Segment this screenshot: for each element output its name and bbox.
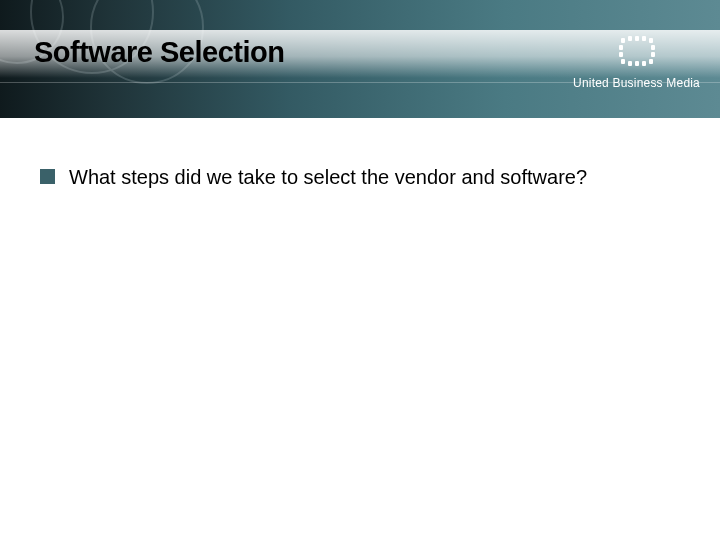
- svg-rect-4: [649, 38, 653, 43]
- svg-rect-13: [649, 59, 653, 64]
- svg-rect-5: [619, 45, 623, 50]
- svg-rect-6: [651, 45, 655, 50]
- slide-body: What steps did we take to select the ven…: [40, 165, 700, 190]
- slide-title: Software Selection: [34, 36, 530, 69]
- slide-title-container: Software Selection: [34, 36, 530, 69]
- brand-block: United Business Media: [573, 36, 700, 90]
- svg-rect-3: [642, 36, 646, 41]
- brand-name: United Business Media: [573, 76, 700, 90]
- svg-rect-0: [621, 38, 625, 43]
- svg-rect-9: [621, 59, 625, 64]
- svg-rect-12: [642, 61, 646, 66]
- square-bullet-icon: [40, 169, 55, 184]
- svg-rect-8: [651, 52, 655, 57]
- bullet-item: What steps did we take to select the ven…: [40, 165, 700, 190]
- svg-rect-1: [628, 36, 632, 41]
- svg-rect-11: [635, 61, 639, 66]
- ubm-logo-icon: [617, 36, 657, 70]
- slide-header: Software Selection: [0, 0, 720, 118]
- svg-rect-2: [635, 36, 639, 41]
- bullet-text: What steps did we take to select the ven…: [69, 165, 587, 190]
- slide: Software Selection: [0, 0, 720, 540]
- svg-rect-7: [619, 52, 623, 57]
- svg-rect-10: [628, 61, 632, 66]
